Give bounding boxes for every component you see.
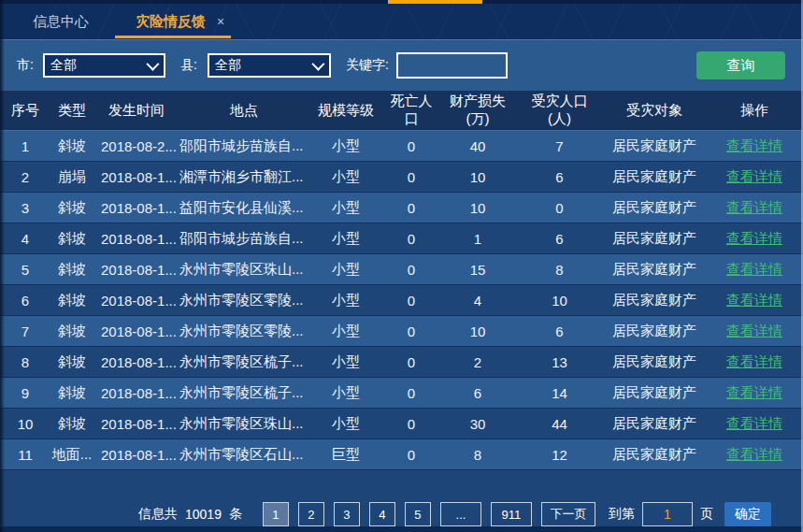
cell-type: 斜坡 xyxy=(50,285,93,316)
cell-scale: 小型 xyxy=(308,254,383,285)
header-action: 操作 xyxy=(706,91,803,131)
cell-scale: 小型 xyxy=(308,223,383,254)
city-select[interactable]: 全部 xyxy=(43,53,165,78)
cell-action: 查看详情 xyxy=(706,162,803,193)
cell-seq: 4 xyxy=(0,223,50,254)
view-details-link[interactable]: 查看详情 xyxy=(726,199,782,215)
cell-action: 查看详情 xyxy=(706,193,803,223)
header-deaths: 死亡人 口 xyxy=(383,91,439,131)
view-details-link[interactable]: 查看详情 xyxy=(726,137,782,153)
header-location: 地点 xyxy=(179,91,308,131)
cell-affected: 7 xyxy=(516,131,603,162)
cell-location: 永州市零陵区梳子... xyxy=(179,378,308,409)
table-row: 3斜坡2018-08-1...益阳市安化县仙溪...小型0100居民家庭财产查看… xyxy=(0,193,803,223)
cell-scale: 小型 xyxy=(308,193,383,223)
view-details-link[interactable]: 查看详情 xyxy=(726,415,782,431)
confirm-button[interactable]: 确定 xyxy=(724,502,771,526)
cell-scale: 小型 xyxy=(308,131,383,162)
cell-affected: 44 xyxy=(516,409,603,439)
cell-seq: 8 xyxy=(0,347,50,378)
goto-page-input[interactable] xyxy=(642,502,693,526)
cell-time: 2018-08-2... xyxy=(93,131,179,162)
active-tab-underline xyxy=(115,36,231,38)
header-target: 受灾对象 xyxy=(603,91,706,131)
cell-action: 查看详情 xyxy=(706,223,803,254)
page-button-3[interactable]: 3 xyxy=(334,502,360,526)
page-button-2[interactable]: 2 xyxy=(298,502,324,526)
view-details-link[interactable]: 查看详情 xyxy=(726,168,782,184)
close-icon[interactable]: × xyxy=(217,15,224,28)
table-row: 4斜坡2018-08-1...邵阳市城步苗族自...小型016居民家庭财产查看详… xyxy=(0,223,803,254)
table-row: 2崩塌2018-08-1...湘潭市湘乡市翻江...小型0106居民家庭财产查看… xyxy=(0,162,803,193)
cell-time: 2018-08-1... xyxy=(93,285,179,316)
cell-deaths: 0 xyxy=(383,316,439,347)
view-details-link[interactable]: 查看详情 xyxy=(726,292,782,308)
cell-scale: 小型 xyxy=(308,378,383,409)
next-page-button[interactable]: 下一页 xyxy=(541,502,595,526)
cell-target: 居民家庭财产 xyxy=(603,378,706,409)
tab-label: 信息中心 xyxy=(33,13,89,31)
cell-deaths: 0 xyxy=(383,285,439,316)
county-select[interactable]: 全部 xyxy=(208,53,331,78)
cell-type: 斜坡 xyxy=(50,223,93,254)
cell-target: 居民家庭财产 xyxy=(603,254,706,285)
view-details-link[interactable]: 查看详情 xyxy=(726,353,782,369)
cell-target: 居民家庭财产 xyxy=(603,193,706,223)
cell-loss: 1 xyxy=(439,223,516,254)
keyword-input[interactable] xyxy=(396,52,508,79)
cell-action: 查看详情 xyxy=(706,439,803,470)
view-details-link[interactable]: 查看详情 xyxy=(726,230,782,246)
cell-location: 邵阳市城步苗族自... xyxy=(179,223,308,254)
cell-target: 居民家庭财产 xyxy=(603,131,706,162)
view-details-link[interactable]: 查看详情 xyxy=(726,384,782,400)
total-suffix-label: 条 xyxy=(229,506,242,523)
total-prefix-label: 信息共 xyxy=(138,506,178,523)
cell-action: 查看详情 xyxy=(706,131,803,162)
cell-target: 居民家庭财产 xyxy=(603,347,706,378)
cell-deaths: 0 xyxy=(383,409,439,439)
cell-type: 斜坡 xyxy=(50,378,93,409)
page-button-4[interactable]: 4 xyxy=(369,502,395,526)
view-details-link[interactable]: 查看详情 xyxy=(726,446,782,462)
cell-action: 查看详情 xyxy=(706,409,803,439)
cell-target: 居民家庭财产 xyxy=(603,439,706,470)
tab-info-center[interactable]: 信息中心 xyxy=(33,4,89,39)
cell-deaths: 0 xyxy=(383,223,439,254)
cell-loss: 4 xyxy=(439,285,516,316)
cell-loss: 40 xyxy=(439,131,516,162)
cell-loss: 6 xyxy=(439,378,516,409)
cell-loss: 15 xyxy=(439,254,516,285)
page-buttons: 12345...911 xyxy=(263,502,541,526)
cell-type: 斜坡 xyxy=(50,254,93,285)
goto-label: 到第 xyxy=(609,506,635,523)
city-label: 市: xyxy=(17,40,34,91)
table-row: 8斜坡2018-08-1...永州市零陵区梳子...小型0213居民家庭财产查看… xyxy=(0,347,803,378)
header-seq: 序号 xyxy=(0,91,50,131)
search-button[interactable]: 查询 xyxy=(696,51,785,79)
cell-scale: 小型 xyxy=(308,285,383,316)
cell-type: 崩塌 xyxy=(50,162,93,193)
cell-target: 居民家庭财产 xyxy=(603,285,706,316)
cell-loss: 10 xyxy=(439,316,516,347)
cell-type: 斜坡 xyxy=(50,409,93,439)
cell-time: 2018-08-1... xyxy=(93,347,179,378)
tab-disaster-feedback[interactable]: 灾险情反馈 × xyxy=(136,4,224,39)
cell-location: 永州市零陵区零陵... xyxy=(179,316,308,347)
cell-loss: 2 xyxy=(439,347,516,378)
table-row: 5斜坡2018-08-1...永州市零陵区珠山...小型0158居民家庭财产查看… xyxy=(0,254,803,285)
table-body: 1斜坡2018-08-2...邵阳市城步苗族自...小型0407居民家庭财产查看… xyxy=(0,131,803,470)
table-row: 10斜坡2018-08-1...永州市零陵区珠山...小型03044居民家庭财产… xyxy=(0,409,803,439)
cell-seq: 11 xyxy=(0,439,50,470)
cell-scale: 小型 xyxy=(308,409,383,439)
page-button-911[interactable]: 911 xyxy=(491,502,532,526)
page-button-1[interactable]: 1 xyxy=(263,502,289,526)
cell-scale: 巨型 xyxy=(308,439,383,470)
table-row: 7斜坡2018-08-1...永州市零陵区零陵...小型0106居民家庭财产查看… xyxy=(0,316,803,347)
view-details-link[interactable]: 查看详情 xyxy=(726,323,782,338)
county-select-value: 全部 xyxy=(215,57,241,74)
page-button-5[interactable]: 5 xyxy=(405,502,431,526)
cell-seq: 3 xyxy=(0,193,50,223)
page-ellipsis-button[interactable]: ... xyxy=(440,502,481,526)
table-row: 9斜坡2018-08-1...永州市零陵区梳子...小型0614居民家庭财产查看… xyxy=(0,378,803,409)
view-details-link[interactable]: 查看详情 xyxy=(726,261,782,277)
